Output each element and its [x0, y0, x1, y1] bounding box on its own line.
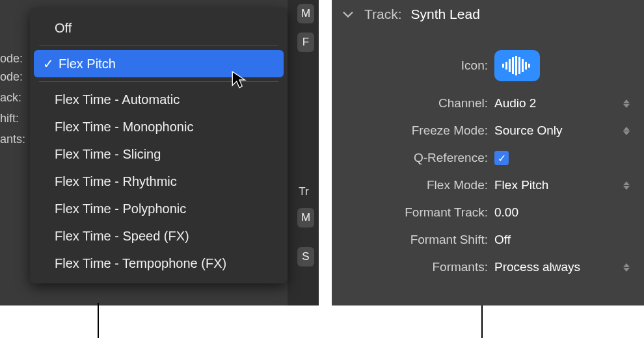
- svg-rect-1: [505, 62, 507, 70]
- formant-shift-label: Formant Shift:: [332, 233, 494, 247]
- svg-rect-3: [512, 57, 514, 74]
- track-inspector: Track: Synth Lead Icon:: [332, 0, 644, 306]
- formants-stepper[interactable]: [622, 263, 631, 272]
- menu-separator: [39, 46, 278, 46]
- svg-rect-2: [509, 59, 511, 72]
- svg-rect-4: [515, 56, 517, 75]
- track-icon-button[interactable]: [494, 50, 540, 81]
- truncated-label: ants:: [0, 133, 31, 146]
- menu-item-label: Flex Time - Rhythmic: [55, 174, 177, 189]
- menu-item-label: Flex Time - Slicing: [55, 147, 161, 162]
- menu-item-flex-time-polyphonic[interactable]: Flex Time - Polyphonic: [30, 195, 288, 222]
- flex-mode-label: Flex Mode:: [332, 178, 494, 192]
- menu-item-flex-pitch[interactable]: ✓ Flex Pitch: [34, 50, 284, 77]
- truncated-label: ode:: [0, 52, 31, 66]
- callout-line-left: [98, 303, 99, 338]
- formant-track-label: Formant Track:: [332, 205, 494, 220]
- disclosure-chevron-icon[interactable]: [341, 7, 355, 21]
- flex-mode-value[interactable]: Flex Pitch: [494, 178, 548, 192]
- button-fragment-s[interactable]: S: [297, 247, 314, 266]
- menu-item-off[interactable]: Off: [30, 14, 288, 42]
- icon-label: Icon:: [332, 58, 494, 73]
- menu-item-label: Flex Time - Automatic: [55, 92, 180, 107]
- flex-mode-menu[interactable]: Off ✓ Flex Pitch Flex Time - Automatic F…: [30, 8, 288, 283]
- channel-value[interactable]: Audio 2: [494, 96, 536, 110]
- label-fragment-tr: Tr: [293, 182, 315, 202]
- freeze-mode-value[interactable]: Source Only: [494, 124, 563, 138]
- truncated-label: hift:: [0, 112, 31, 125]
- channel-label: Channel:: [332, 96, 494, 110]
- checkmark-icon: ✓: [43, 56, 59, 72]
- truncated-label: ack:: [0, 91, 31, 105]
- q-reference-checkbox[interactable]: ✓: [494, 151, 509, 165]
- flex-mode-stepper[interactable]: [622, 181, 631, 190]
- menu-separator: [39, 81, 278, 82]
- menu-item-flex-time-speed[interactable]: Flex Time - Speed (FX): [30, 222, 288, 250]
- callout-line-right: [481, 303, 483, 338]
- svg-rect-7: [525, 62, 527, 70]
- channel-stepper[interactable]: [622, 99, 631, 108]
- menu-item-label: Flex Time - Polyphonic: [55, 202, 186, 216]
- formant-track-value[interactable]: 0.00: [494, 205, 518, 220]
- waveform-icon: [501, 56, 533, 75]
- q-reference-label: Q-Reference:: [332, 151, 494, 165]
- menu-item-flex-time-monophonic[interactable]: Flex Time - Monophonic: [30, 113, 288, 140]
- freeze-mode-label: Freeze Mode:: [332, 124, 494, 138]
- menu-item-flex-time-tempophone[interactable]: Flex Time - Tempophone (FX): [30, 250, 288, 277]
- button-fragment-f[interactable]: F: [297, 32, 314, 52]
- truncated-label: ode:: [0, 70, 31, 84]
- svg-rect-6: [522, 59, 524, 72]
- menu-item-label: Flex Time - Tempophone (FX): [55, 256, 226, 271]
- track-header-label: Track:: [364, 6, 402, 22]
- formant-shift-value[interactable]: Off: [494, 233, 511, 247]
- panel-divider-strip: M F Tr M S: [288, 0, 319, 306]
- freeze-mode-stepper[interactable]: [622, 127, 631, 135]
- menu-item-label: Flex Time - Speed (FX): [55, 229, 189, 244]
- menu-item-label: Flex Pitch: [59, 57, 116, 72]
- menu-item-flex-time-slicing[interactable]: Flex Time - Slicing: [30, 140, 288, 168]
- menu-item-label: Flex Time - Monophonic: [55, 120, 193, 135]
- formants-value[interactable]: Process always: [494, 260, 580, 274]
- button-fragment-m2[interactable]: M: [297, 208, 314, 228]
- inspector-header[interactable]: Track: Synth Lead: [332, 0, 644, 27]
- track-name: Synth Lead: [411, 6, 480, 22]
- svg-rect-8: [528, 64, 530, 68]
- svg-rect-5: [518, 57, 520, 74]
- svg-rect-0: [502, 64, 504, 68]
- formants-label: Formants:: [332, 260, 494, 274]
- button-fragment-m[interactable]: M: [297, 4, 314, 23]
- menu-item-flex-time-automatic[interactable]: Flex Time - Automatic: [30, 86, 288, 113]
- menu-item-flex-time-rhythmic[interactable]: Flex Time - Rhythmic: [30, 168, 288, 195]
- menu-item-label: Off: [55, 21, 72, 36]
